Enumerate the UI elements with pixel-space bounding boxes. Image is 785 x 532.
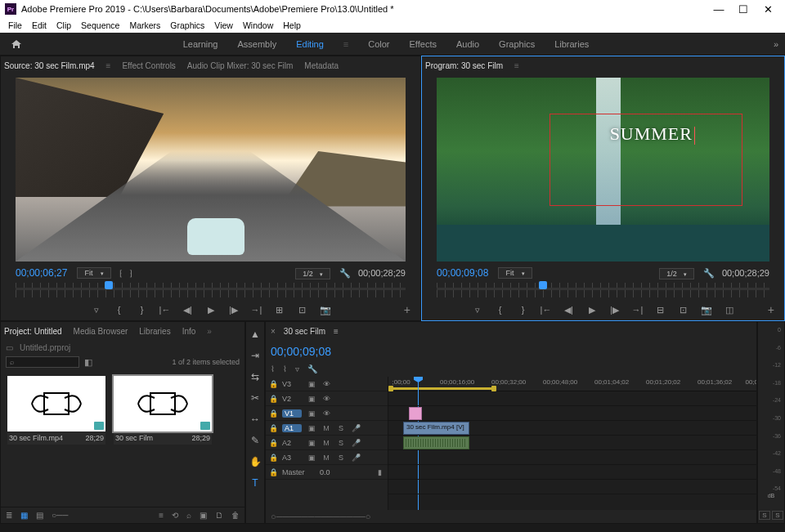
prg-export-frame-icon[interactable]: 📷 — [701, 305, 712, 315]
type-tool-icon[interactable]: T — [248, 476, 262, 490]
source-res-dropdown[interactable]: 1/2 — [295, 268, 330, 279]
go-in-icon[interactable]: |← — [159, 305, 171, 315]
workspace-color[interactable]: Color — [368, 39, 389, 49]
source-scrubber[interactable] — [16, 283, 406, 297]
track-v2[interactable] — [388, 406, 756, 421]
prg-mark-out-icon[interactable]: } — [518, 305, 529, 315]
tab-program[interactable]: Program: 30 sec Film — [425, 61, 503, 70]
mark-out-icon[interactable]: } — [137, 305, 148, 315]
freeform-view-icon[interactable]: ▤ — [36, 511, 43, 520]
track-header-a1[interactable]: 🔒A1▣MS🎤 — [266, 421, 388, 436]
time-ruler[interactable]: ;00;00 00;00;16;00 00;00;32;00 00;00;48;… — [388, 377, 756, 391]
linked-selection-icon[interactable]: ⌇ — [283, 364, 287, 373]
ripple-tool-icon[interactable]: ⇆ — [248, 369, 262, 384]
pen-tool-icon[interactable]: ✎ — [248, 433, 262, 448]
sequence-name[interactable]: 30 sec Film — [284, 327, 325, 336]
track-header-a2[interactable]: 🔒A2▣MS🎤 — [266, 436, 388, 450]
source-bracket-left-icon[interactable]: ⁅ — [119, 269, 123, 278]
meter-icon[interactable]: ▮ — [375, 468, 384, 476]
lock-icon[interactable]: 🔒 — [269, 468, 277, 476]
play-icon[interactable]: ▶ — [205, 305, 217, 315]
source-add-button-icon[interactable]: + — [404, 303, 410, 316]
lock-icon[interactable]: 🔒 — [269, 395, 277, 403]
menu-clip[interactable]: Clip — [52, 20, 76, 30]
prg-go-out-icon[interactable]: →| — [632, 305, 644, 315]
menu-edit[interactable]: Edit — [27, 20, 52, 30]
mute-icon[interactable]: M — [321, 439, 331, 447]
tab-effect-controls[interactable]: Effect Controls — [122, 61, 175, 70]
workspace-overflow-icon[interactable]: » — [774, 39, 778, 49]
timeline-tracks[interactable]: ;00;00 00;00;16;00 00;00;32;00 00;00;48;… — [388, 377, 756, 510]
new-item-icon[interactable]: 🗋 — [215, 511, 223, 520]
eye-icon[interactable]: 👁 — [321, 380, 331, 388]
program-monitor[interactable]: SUMMER — [437, 78, 769, 262]
prg-lift-icon[interactable]: ⊟ — [655, 305, 666, 315]
tab-info[interactable]: Info — [182, 327, 196, 336]
prg-marker-icon[interactable]: ▿ — [472, 305, 483, 315]
tab-libraries[interactable]: Libraries — [139, 327, 170, 336]
go-out-icon[interactable]: →| — [251, 305, 262, 315]
toggle-track-output-icon[interactable]: ▣ — [307, 395, 316, 403]
add-marker-icon[interactable]: ▿ — [295, 364, 299, 373]
menu-help[interactable]: Help — [278, 20, 306, 30]
menu-view[interactable]: View — [209, 20, 238, 30]
video-clip[interactable]: 30 sec Film.mp4 [V] — [403, 422, 469, 435]
toggle-track-output-icon[interactable]: ▣ — [307, 454, 316, 462]
delete-icon[interactable]: 🗑 — [231, 511, 240, 520]
lock-icon[interactable]: 🔒 — [269, 424, 277, 432]
project-search-input[interactable]: ⌕ — [6, 356, 79, 368]
menu-markers[interactable]: Markers — [124, 20, 165, 30]
workspace-editing[interactable]: Editing — [296, 39, 324, 49]
prg-step-back-icon[interactable]: ◀| — [563, 305, 575, 315]
step-back-icon[interactable]: ◀| — [182, 305, 194, 315]
track-header-v1[interactable]: 🔒V1▣👁 — [266, 406, 388, 421]
prg-mark-in-icon[interactable]: { — [495, 305, 506, 315]
workspace-graphics[interactable]: Graphics — [499, 39, 535, 49]
program-settings-icon[interactable]: 🔧 — [703, 268, 715, 278]
automate-icon[interactable]: ⟲ — [172, 511, 178, 520]
find-icon[interactable]: ⌕ — [186, 511, 191, 520]
workspace-effects[interactable]: Effects — [410, 39, 437, 49]
tab-project[interactable]: Project: Untitled — [4, 327, 62, 336]
minimize-button[interactable]: — — [706, 3, 731, 16]
prg-extract-icon[interactable]: ⊡ — [678, 305, 689, 315]
tl-settings-icon[interactable]: 🔧 — [307, 364, 317, 373]
mark-in-icon[interactable]: { — [114, 305, 125, 315]
track-a1[interactable] — [388, 436, 756, 450]
workspace-menu-icon[interactable]: ≡ — [343, 39, 348, 49]
sequence-menu-icon[interactable]: ≡ — [334, 327, 339, 336]
track-header-v2[interactable]: 🔒V2▣👁 — [266, 391, 388, 406]
program-playhead[interactable] — [539, 281, 547, 289]
track-header-a3[interactable]: 🔒A3▣MS🎤 — [266, 450, 388, 465]
eye-icon[interactable]: 👁 — [321, 395, 331, 403]
title-text-overlay[interactable]: SUMMER — [610, 123, 695, 145]
project-overflow-icon[interactable]: » — [207, 327, 212, 336]
bin-item[interactable]: 30 sec Film.mp428;29 — [7, 376, 105, 445]
list-view-icon[interactable]: ≣ — [6, 511, 12, 520]
track-v3[interactable] — [388, 391, 756, 406]
toggle-track-output-icon[interactable]: ▣ — [307, 409, 316, 418]
solo-icon[interactable]: S — [336, 439, 346, 447]
bin-thumbnail[interactable] — [114, 376, 212, 431]
source-fit-dropdown[interactable]: Fit — [77, 267, 111, 279]
track-a2[interactable] — [388, 450, 756, 465]
timeline-timecode[interactable]: 00;00;09;08 — [271, 345, 331, 358]
insert-icon[interactable]: ⊞ — [274, 305, 285, 315]
tab-program-menu-icon[interactable]: ≡ — [514, 61, 519, 70]
solo-left-button[interactable]: S — [759, 511, 769, 520]
program-timecode-in[interactable]: 00;00;09;08 — [437, 267, 488, 279]
toggle-track-output-icon[interactable]: ▣ — [307, 439, 316, 447]
snap-icon[interactable]: ⌇ — [271, 364, 275, 373]
solo-icon[interactable]: S — [336, 454, 346, 462]
maximize-button[interactable]: ☐ — [731, 3, 756, 16]
lock-icon[interactable]: 🔒 — [269, 439, 277, 447]
source-settings-icon[interactable]: 🔧 — [339, 268, 351, 278]
timeline-footer[interactable]: ○──────────────○ — [266, 510, 756, 523]
slip-tool-icon[interactable]: ↔ — [248, 412, 262, 427]
track-header-master[interactable]: 🔒Master0.0▮ — [266, 465, 388, 480]
track-master[interactable] — [388, 480, 756, 494]
program-fit-dropdown[interactable]: Fit — [498, 267, 532, 279]
workspace-audio[interactable]: Audio — [456, 39, 479, 49]
toggle-track-output-icon[interactable]: ▣ — [307, 424, 316, 432]
overwrite-icon[interactable]: ⊡ — [297, 305, 308, 315]
